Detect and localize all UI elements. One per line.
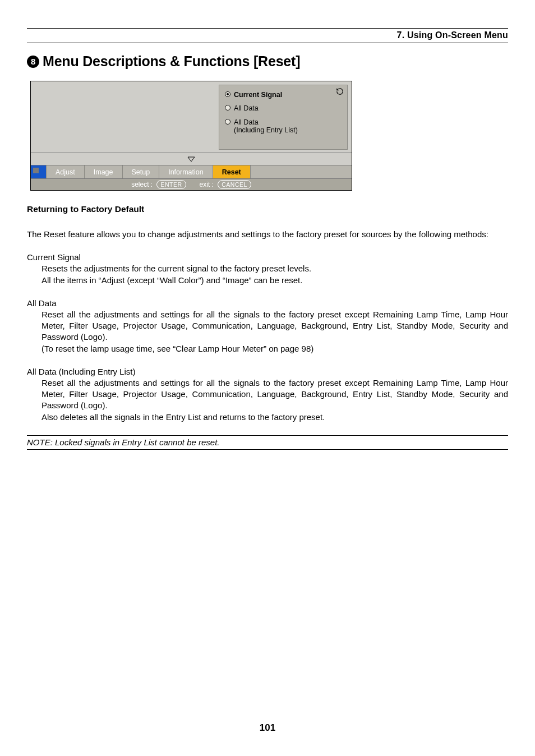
radio-all-data-including-entry-list[interactable]: All Data (Including Entry List) — [225, 118, 342, 135]
radio-dot-icon — [225, 91, 230, 97]
refresh-icon — [336, 87, 344, 97]
note: NOTE: Locked signals in Entry List canno… — [27, 435, 508, 450]
def-body: Reset all the adjustments and settings f… — [27, 309, 508, 354]
definition-all-data-including-entry-list: All Data (Including Entry List) Reset al… — [27, 367, 508, 423]
footer-select: select : ENTER — [131, 180, 186, 189]
subheading: Returning to Factory Default — [27, 204, 508, 214]
cancel-keycap-icon: CANCEL — [218, 180, 251, 189]
def-body: Reset all the adjustments and settings f… — [27, 377, 508, 423]
scroll-down-button[interactable] — [31, 153, 352, 165]
tab-adjust[interactable]: Adjust — [47, 165, 85, 178]
tab-information[interactable]: Information — [159, 165, 213, 178]
chevron-down-icon — [187, 156, 195, 162]
tab-indicator-icon — [31, 165, 47, 178]
def-title: Current Signal — [27, 252, 508, 262]
tab-image[interactable]: Image — [85, 165, 123, 178]
radio-label-line1: All Data — [234, 118, 259, 126]
tab-spacer — [251, 165, 352, 178]
page-number: 101 — [0, 722, 535, 734]
def-body: Resets the adjustments for the current s… — [27, 263, 508, 286]
radio-label: All Data (Including Entry List) — [234, 118, 298, 135]
enter-keycap-icon: ENTER — [156, 180, 186, 189]
radio-dot-icon — [225, 119, 230, 125]
tab-setup[interactable]: Setup — [123, 165, 160, 178]
tab-reset[interactable]: Reset — [213, 165, 251, 178]
radio-label-line2: (Including Entry List) — [234, 126, 298, 134]
radio-label: All Data — [234, 104, 259, 112]
definition-current-signal: Current Signal Resets the adjustments fo… — [27, 252, 508, 286]
reset-options-panel: Current Signal All Data All Data (Includ… — [219, 85, 348, 150]
osd-footer: select : ENTER exit : CANCEL — [31, 179, 352, 190]
footer-select-label: select : — [131, 181, 153, 188]
section-title-text: Menu Descriptions & Functions [Reset] — [43, 53, 300, 70]
radio-label: Current Signal — [234, 91, 282, 99]
osd-tabs: Adjust Image Setup Information Reset — [31, 165, 352, 179]
radio-dot-icon — [225, 105, 230, 110]
radio-current-signal[interactable]: Current Signal — [225, 91, 342, 99]
osd-figure: Current Signal All Data All Data (Includ… — [30, 81, 352, 191]
footer-exit: exit : CANCEL — [200, 180, 251, 189]
def-title: All Data (Including Entry List) — [27, 367, 508, 376]
radio-all-data[interactable]: All Data — [225, 104, 342, 112]
section-number-badge: 8 — [27, 56, 39, 68]
definition-all-data: All Data Reset all the adjustments and s… — [27, 298, 508, 354]
def-title: All Data — [27, 298, 508, 308]
intro-paragraph: The Reset feature allows you to change a… — [27, 229, 508, 240]
chapter-header: 7. Using On-Screen Menu — [27, 28, 508, 43]
section-title: 8 Menu Descriptions & Functions [Reset] — [27, 53, 508, 70]
svg-marker-0 — [188, 157, 195, 162]
footer-exit-label: exit : — [200, 181, 214, 188]
